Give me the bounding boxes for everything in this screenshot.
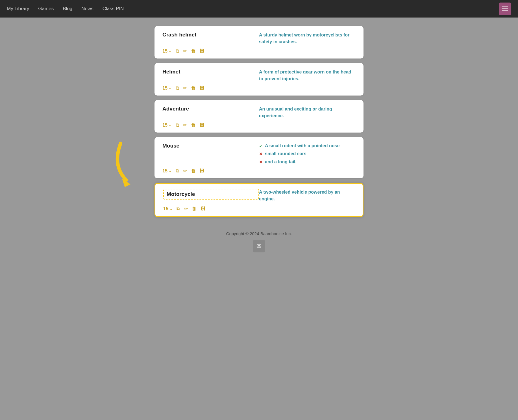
delete-icon[interactable]: 🗑 xyxy=(191,85,196,91)
yellow-arrow xyxy=(104,138,166,189)
card-crash-helmet: Crash helmet A sturdy helmet worn by mot… xyxy=(154,26,364,59)
copy-icon[interactable]: ⧉ xyxy=(177,206,180,212)
edit-icon[interactable]: ✏ xyxy=(183,168,187,174)
email-symbol: ✉ xyxy=(256,243,262,250)
card-helmet: Helmet A form of protective gear worn on… xyxy=(154,63,364,96)
card-actions-motorcycle: 15 ⌄ ⧉ ✏ 🗑 🖼 xyxy=(163,203,259,212)
bullet-item-1: ✕ small rounded ears xyxy=(259,151,356,157)
image-icon[interactable]: 🖼 xyxy=(200,85,204,91)
bullet-item-0: ✓ A small rodent with a pointed nose xyxy=(259,143,356,149)
cards-container: Crash helmet A sturdy helmet worn by mot… xyxy=(154,26,364,217)
card-actions-helmet: 15 ⌄ ⧉ ✏ 🗑 🖼 xyxy=(162,82,259,91)
card-actions-mouse: 15 ⌄ ⧉ ✏ 🗑 🖼 xyxy=(162,165,259,174)
bullet-text-1: small rounded ears xyxy=(265,151,306,157)
nav-links: My Library Games Blog News Class PIN xyxy=(7,6,499,12)
points-value: 15 xyxy=(162,123,167,128)
copyright-text: Copyright © 2024 Baamboozle Inc. xyxy=(226,231,292,236)
email-icon[interactable]: ✉ xyxy=(253,240,265,252)
bullet-list-mouse: ✓ A small rodent with a pointed nose ✕ s… xyxy=(259,143,356,165)
nav-games[interactable]: Games xyxy=(38,6,54,12)
edit-icon[interactable]: ✏ xyxy=(184,206,188,212)
nav-class-pin[interactable]: Class PIN xyxy=(103,6,124,12)
card-title-crash-helmet: Crash helmet xyxy=(162,32,259,45)
points-badge-helmet[interactable]: 15 ⌄ xyxy=(162,86,172,91)
image-icon[interactable]: 🖼 xyxy=(200,168,204,174)
card-title-input-motorcycle[interactable] xyxy=(163,189,259,200)
card-actions-crash-helmet: 15 ⌄ ⧉ ✏ 🗑 🖼 xyxy=(162,45,259,54)
cross-icon: ✕ xyxy=(259,159,263,165)
bullet-item-2: ✕ and a long tail. xyxy=(259,159,356,165)
card-title-helmet: Helmet xyxy=(162,69,259,82)
delete-icon[interactable]: 🗑 xyxy=(191,48,196,54)
edit-icon[interactable]: ✏ xyxy=(183,122,187,128)
points-badge-adventure[interactable]: 15 ⌄ xyxy=(162,123,172,128)
bullet-text-0: A small rodent with a pointed nose xyxy=(265,143,339,149)
card-definition-helmet: A form of protective gear worn on the he… xyxy=(259,69,356,82)
copy-icon[interactable]: ⧉ xyxy=(176,122,179,128)
bullet-text-2: and a long tail. xyxy=(265,159,297,165)
points-value: 15 xyxy=(162,86,167,91)
card-definition-motorcycle: A two-wheeled vehicle powered by an engi… xyxy=(259,189,355,203)
highlighted-section: A two-wheeled vehicle powered by an engi… xyxy=(154,183,364,217)
edit-icon[interactable]: ✏ xyxy=(183,48,187,54)
footer: Copyright © 2024 Baamboozle Inc. ✉ xyxy=(226,217,292,261)
copy-icon[interactable]: ⧉ xyxy=(176,168,179,174)
card-motorcycle-inner: A two-wheeled vehicle powered by an engi… xyxy=(155,184,363,216)
card-mouse: Mouse ✓ A small rodent with a pointed no… xyxy=(154,137,364,178)
points-value: 15 xyxy=(162,49,167,54)
delete-icon[interactable]: 🗑 xyxy=(191,168,196,174)
card-title-adventure: Adventure xyxy=(162,106,259,119)
nav-blog[interactable]: Blog xyxy=(63,6,72,12)
points-value: 15 xyxy=(163,206,168,211)
nav-news[interactable]: News xyxy=(81,6,93,12)
points-badge-crash-helmet[interactable]: 15 ⌄ xyxy=(162,49,172,54)
image-icon[interactable]: 🖼 xyxy=(200,48,204,54)
page-content: Crash helmet A sturdy helmet worn by mot… xyxy=(0,18,518,278)
edit-icon[interactable]: ✏ xyxy=(183,85,187,91)
hamburger-button[interactable] xyxy=(499,3,511,15)
chevron-down-icon[interactable]: ⌄ xyxy=(169,207,173,211)
card-title-mouse: Mouse xyxy=(162,143,259,165)
chevron-down-icon[interactable]: ⌄ xyxy=(169,86,172,90)
card-title-area xyxy=(163,189,259,203)
card-definition-crash-helmet: A sturdy helmet worn by motorcyclists fo… xyxy=(259,32,356,45)
image-icon[interactable]: 🖼 xyxy=(201,206,205,212)
card-definition-adventure: An unusual and exciting or daring experi… xyxy=(259,106,356,119)
chevron-down-icon[interactable]: ⌄ xyxy=(169,169,172,173)
image-icon[interactable]: 🖼 xyxy=(200,122,204,128)
chevron-down-icon[interactable]: ⌄ xyxy=(169,123,172,127)
cross-icon: ✕ xyxy=(259,151,263,157)
delete-icon[interactable]: 🗑 xyxy=(191,122,196,128)
delete-icon[interactable]: 🗑 xyxy=(192,206,197,212)
chevron-down-icon[interactable]: ⌄ xyxy=(169,49,172,53)
card-actions-adventure: 15 ⌄ ⧉ ✏ 🗑 🖼 xyxy=(162,119,259,128)
copy-icon[interactable]: ⧉ xyxy=(176,48,179,54)
card-motorcycle: A two-wheeled vehicle powered by an engi… xyxy=(154,183,364,217)
points-badge-motorcycle[interactable]: 15 ⌄ xyxy=(163,206,173,211)
copy-icon[interactable]: ⧉ xyxy=(176,85,179,91)
nav-my-library[interactable]: My Library xyxy=(7,6,29,12)
navbar: My Library Games Blog News Class PIN xyxy=(0,0,518,18)
check-icon: ✓ xyxy=(259,143,263,149)
card-adventure: Adventure An unusual and exciting or dar… xyxy=(154,100,364,133)
